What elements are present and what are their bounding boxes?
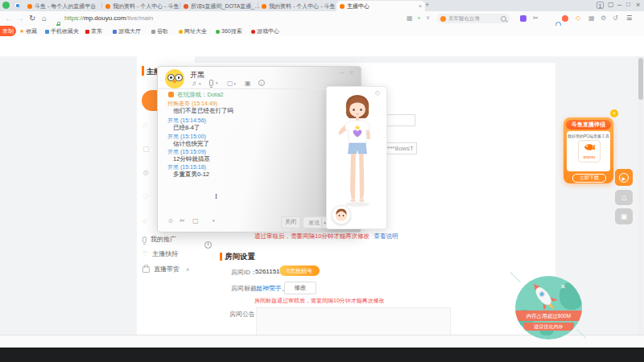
owl-beak <box>173 80 176 83</box>
message-sender[interactable]: 开黑 <box>167 117 179 123</box>
speaker-toggle[interactable]: ♬▾ <box>192 80 201 87</box>
shield-icon[interactable]: ◇ <box>576 14 580 22</box>
bookmark-sites[interactable]: 网址大全 <box>179 27 207 35</box>
history-restore-icon[interactable]: ↺ <box>613 14 618 22</box>
hot-search-box[interactable]: 美军舰在台海 <box>437 14 510 23</box>
forward-button[interactable]: → <box>16 14 24 23</box>
popup-close-icon[interactable]: ✕ <box>560 283 566 290</box>
image-icon[interactable]: ▢ <box>192 217 199 224</box>
bookmark-360search[interactable]: 360搜索 <box>216 27 242 35</box>
chat-input-area[interactable]: I <box>164 183 325 214</box>
toolbar-caret-icon[interactable]: ∨ <box>426 14 430 21</box>
bookmark-jd[interactable]: 京东 <box>85 27 102 35</box>
tab-3[interactable]: 所谓s直播间_DOTA直播_斗鱼直播 <box>180 1 264 11</box>
gear-icon[interactable]: ⚙ <box>601 14 606 22</box>
view-instructions-link[interactable]: 查看说明 <box>374 232 398 240</box>
tab-close-icon[interactable]: × <box>419 3 422 9</box>
layout-icon[interactable]: ▢ <box>608 1 614 8</box>
announcement-textarea[interactable] <box>256 307 451 338</box>
address-bar[interactable]: https://mp.douyu.com/live/main <box>64 14 153 22</box>
history-icon[interactable] <box>204 241 212 249</box>
menu-icon[interactable]: ☰ <box>626 14 632 22</box>
room-id-label: 房间ID： <box>231 268 257 277</box>
bookmark-google[interactable]: 谷歌 <box>151 27 168 35</box>
promo-close-icon[interactable]: × <box>610 109 618 117</box>
float-feedback-button[interactable]: ▣ <box>615 208 633 224</box>
bookmark-icon <box>179 30 183 34</box>
screenshot-icon[interactable]: ✂ <box>180 217 185 224</box>
caret-down-icon[interactable]: ▾ <box>213 218 215 223</box>
tab-2[interactable]: 我的资料 - 个人中心 - 斗鱼 <box>102 1 186 11</box>
tab-1[interactable]: 斗鱼 - 每个人的直播平台 <box>24 1 108 11</box>
sidebar-item-promotion[interactable]: 我的推广 <box>142 235 176 244</box>
chat-message: 开黑 (15:15:18) 多重直男0-12 <box>167 163 312 179</box>
tab-5-active[interactable]: 主播中心 × <box>336 1 425 11</box>
message-sender[interactable]: 开黑 <box>167 149 179 154</box>
sidebar-hidden-icon[interactable]: ♡ <box>142 193 149 201</box>
sidebar-hidden-icon[interactable]: ⌂ <box>142 121 147 129</box>
info-icon: i <box>258 80 265 86</box>
chat-avatar-owl[interactable] <box>165 69 184 88</box>
bookmark-mobile[interactable]: 手机收藏夹 <box>45 27 79 35</box>
sidebar-item-ecommerce[interactable]: 直播带货∧ <box>142 265 189 274</box>
info-button[interactable]: i <box>258 80 265 86</box>
message-sender[interactable]: 开黑 <box>167 134 179 139</box>
chat-minimize-icon[interactable]: – <box>340 68 344 76</box>
browser-logo-icon[interactable] <box>2 2 10 9</box>
window-mode-toggle[interactable]: ▢▾ <box>227 80 236 87</box>
tab-4[interactable]: 我的资料 - 个人中心 - 斗鱼 <box>258 1 342 11</box>
bookmark-game-hall[interactable]: 游戏大厅 <box>113 27 141 35</box>
mic-toggle[interactable]: ▾ <box>209 80 218 86</box>
modify-button[interactable]: 修改 <box>284 282 316 294</box>
deco-line <box>576 328 586 338</box>
chat-close-button[interactable]: 关闭 <box>281 216 300 228</box>
back-button[interactable]: ← <box>5 14 13 23</box>
apps-grid-icon[interactable]: ▦ <box>588 14 595 22</box>
maximize-button[interactable]: □ <box>626 1 630 8</box>
search-icon[interactable] <box>501 16 506 22</box>
message-sender[interactable]: 开黑 <box>167 164 179 170</box>
screenshot-icon[interactable]: ✂ <box>533 14 539 22</box>
chat-close-icon[interactable]: × <box>349 68 353 76</box>
scrollbar-thumb[interactable] <box>638 58 643 100</box>
caret-down-icon[interactable]: ▾ <box>199 81 201 86</box>
bookmark-game-center[interactable]: 游戏中心 <box>251 27 279 35</box>
bookmark-favorites[interactable]: ★收藏 <box>19 27 37 35</box>
sidebar-hidden-icon[interactable]: ○ <box>142 217 147 225</box>
tab-favicon <box>27 4 32 9</box>
promo-download-button[interactable]: 立即下载 <box>572 174 606 183</box>
caret-down-icon[interactable]: ▾ <box>216 80 218 85</box>
float-home-button[interactable]: ⌂ <box>615 190 633 205</box>
reading-mode-icon[interactable]: ▦ <box>407 14 413 22</box>
memory-popup[interactable]: 内存占用超过800M 建议优化内存 ✕ <box>512 274 586 344</box>
new-tab-button[interactable]: + <box>425 1 429 9</box>
message-sender[interactable]: 持胸老哥 <box>167 101 190 106</box>
screen-share-icon: ▣ <box>245 80 251 87</box>
emoji-icon[interactable]: ☺ <box>167 217 174 224</box>
collapse-caret-icon[interactable]: ∧ <box>186 266 189 272</box>
home-button[interactable]: ⌂ <box>42 14 47 23</box>
avatar-panel[interactable]: ◇ <box>326 86 387 229</box>
profile-badge[interactable]: 1 <box>597 2 604 9</box>
sidebar-hidden-icon[interactable]: ▢ <box>142 145 150 153</box>
phone-icon <box>45 30 49 34</box>
extension-fox-icon[interactable] <box>562 15 568 22</box>
speed-mode-icon[interactable] <box>14 2 21 9</box>
send-options-caret-icon[interactable]: ▾ <box>321 218 326 228</box>
recorder-badge[interactable]: 录制 <box>0 26 16 36</box>
vanity-id-badge[interactable]: 0元抢靓号 <box>279 265 320 276</box>
extension-purple-icon[interactable] <box>520 15 526 22</box>
bookmark-icon <box>113 30 117 34</box>
window-close-button[interactable]: × <box>636 1 640 9</box>
float-video-button[interactable]: ▶ <box>615 169 633 186</box>
minimize-button[interactable]: – <box>617 1 621 9</box>
avatar-face-thumbnail[interactable] <box>332 205 351 224</box>
refresh-button[interactable]: ↻ <box>29 14 35 23</box>
page-scrollbar[interactable] <box>638 56 643 335</box>
promo-banner[interactable]: 斗鱼直播伴侣 最好用的PC端直播工具 DOUYU 立即下载 <box>564 117 613 183</box>
caret-down-icon[interactable]: ▾ <box>234 81 237 86</box>
adblock-icon[interactable]: + <box>417 14 421 22</box>
sidebar-item-support[interactable]: ♡主播扶持 <box>142 249 178 258</box>
screen-share-button[interactable]: ▣ <box>245 80 251 87</box>
sidebar-hidden-icon[interactable]: ⚙ <box>142 169 149 177</box>
